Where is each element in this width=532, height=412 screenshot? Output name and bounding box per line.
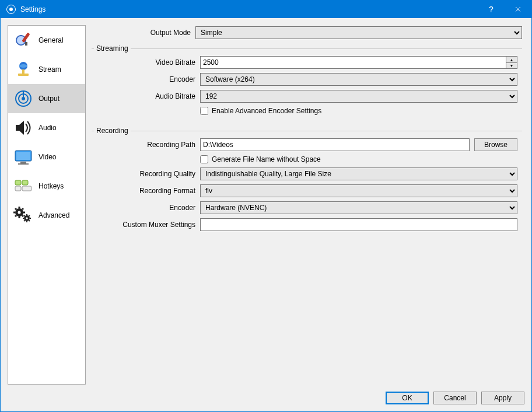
svg-line-28 — [22, 208, 23, 210]
close-button[interactable] — [505, 1, 531, 18]
svg-line-37 — [24, 221, 24, 221]
advanced-icon — [13, 205, 34, 226]
app-icon — [6, 5, 16, 14]
cancel-button[interactable]: Cancel — [433, 392, 477, 404]
sidebar-item-label: Hotkeys — [38, 182, 64, 190]
svg-point-5 — [19, 64, 27, 68]
recording-encoder-label: Encoder — [96, 204, 200, 212]
enable-advanced-label: Enable Advanced Encoder Settings — [212, 107, 321, 115]
main-area: General Stream — [8, 25, 524, 385]
settings-window: Settings ? — [0, 0, 532, 412]
sidebar[interactable]: General Stream — [8, 25, 86, 385]
svg-rect-14 — [20, 162, 26, 163]
svg-line-35 — [24, 215, 24, 216]
streaming-group: Streaming Video Bitrate ▲ ▼ — [92, 48, 522, 123]
output-icon — [13, 88, 34, 109]
svg-rect-16 — [15, 180, 21, 185]
generate-no-space-row[interactable]: Generate File Name without Space — [200, 155, 321, 163]
svg-line-36 — [29, 221, 30, 221]
sidebar-item-stream[interactable]: Stream — [8, 55, 85, 84]
video-bitrate-label: Video Bitrate — [96, 58, 200, 67]
output-mode-label: Output Mode — [92, 29, 195, 37]
stream-icon — [13, 59, 34, 80]
sidebar-item-label: Advanced — [38, 211, 69, 219]
audio-bitrate-select[interactable]: 192 — [200, 90, 517, 103]
hotkeys-icon — [13, 176, 34, 197]
custom-muxer-label: Custom Muxer Settings — [96, 221, 200, 229]
streaming-encoder-select[interactable]: Software (x264) — [200, 73, 517, 86]
sidebar-item-video[interactable]: Video — [8, 142, 85, 172]
sidebar-item-advanced[interactable]: Advanced — [8, 201, 85, 230]
sidebar-item-label: Stream — [38, 65, 61, 74]
streaming-encoder-label: Encoder — [96, 75, 200, 83]
enable-advanced-checkbox[interactable] — [200, 107, 208, 115]
audio-icon — [13, 117, 34, 138]
streaming-group-title: Streaming — [94, 44, 131, 53]
dialog-footer: OK Cancel Apply — [8, 389, 524, 404]
sidebar-item-output[interactable]: Output — [8, 84, 85, 113]
recording-encoder-select[interactable]: Hardware (NVENC) — [200, 201, 517, 214]
svg-line-26 — [22, 215, 23, 217]
browse-button[interactable]: Browse — [474, 138, 517, 151]
sidebar-item-audio[interactable]: Audio — [8, 113, 85, 142]
output-mode-select[interactable]: Simple — [195, 26, 522, 39]
generate-no-space-label: Generate File Name without Space — [212, 155, 321, 163]
client-area: General Stream — [1, 18, 531, 411]
ok-button[interactable]: OK — [386, 392, 429, 404]
video-bitrate-down[interactable]: ▼ — [506, 62, 517, 68]
sidebar-item-label: Audio — [38, 124, 57, 132]
recording-format-select[interactable]: flv — [200, 184, 517, 197]
generate-no-space-checkbox[interactable] — [200, 155, 208, 163]
output-mode-row: Output Mode Simple — [92, 25, 522, 40]
svg-rect-11 — [23, 91, 24, 99]
recording-format-label: Recording Format — [96, 187, 200, 195]
svg-rect-7 — [18, 74, 29, 76]
recording-group: Recording Recording Path Browse — [92, 131, 522, 239]
custom-muxer-input[interactable] — [200, 218, 517, 231]
recording-path-label: Recording Path — [96, 141, 200, 149]
recording-group-title: Recording — [94, 127, 131, 135]
svg-rect-18 — [15, 186, 21, 191]
svg-rect-19 — [22, 186, 32, 191]
sidebar-item-label: Video — [38, 153, 56, 161]
video-bitrate-input[interactable] — [200, 56, 506, 69]
titlebar: Settings ? — [1, 1, 531, 18]
recording-quality-select[interactable]: Indistinguishable Quality, Large File Si… — [200, 167, 517, 180]
close-icon — [515, 6, 521, 12]
svg-point-29 — [18, 211, 21, 214]
svg-rect-17 — [22, 180, 28, 185]
apply-button[interactable]: Apply — [481, 392, 524, 404]
output-settings-panel: Output Mode Simple Streaming Video Bitra… — [92, 25, 524, 385]
window-title: Settings — [20, 5, 46, 13]
help-icon: ? — [489, 5, 494, 14]
video-bitrate-up[interactable]: ▲ — [506, 57, 517, 62]
video-icon — [13, 146, 34, 167]
svg-line-27 — [15, 215, 16, 217]
audio-bitrate-label: Audio Bitrate — [96, 92, 200, 100]
sidebar-item-general[interactable]: General — [8, 26, 85, 55]
svg-point-39 — [26, 217, 28, 219]
svg-line-38 — [29, 215, 30, 216]
enable-advanced-row[interactable]: Enable Advanced Encoder Settings — [200, 107, 321, 115]
recording-quality-label: Recording Quality — [96, 170, 200, 178]
help-button[interactable]: ? — [478, 1, 505, 18]
sidebar-item-label: General — [38, 36, 64, 44]
recording-path-input[interactable] — [200, 138, 470, 151]
svg-line-25 — [15, 208, 16, 210]
general-icon — [13, 30, 34, 51]
svg-rect-3 — [25, 42, 27, 46]
sidebar-item-hotkeys[interactable]: Hotkeys — [8, 172, 85, 201]
svg-rect-13 — [16, 152, 30, 160]
svg-rect-6 — [22, 69, 24, 74]
svg-rect-15 — [18, 163, 29, 165]
sidebar-item-label: Output — [38, 95, 60, 103]
